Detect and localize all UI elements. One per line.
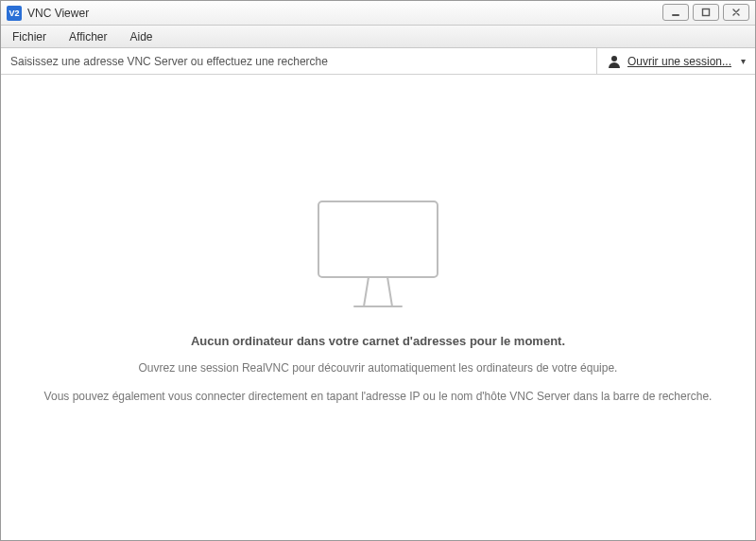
titlebar: V2 VNC Viewer xyxy=(1,1,755,26)
content-area: Aucun ordinateur dans votre carnet d'adr… xyxy=(1,75,755,540)
menu-afficher[interactable]: Afficher xyxy=(65,28,111,45)
window-title: VNC Viewer xyxy=(27,7,89,20)
empty-title: Aucun ordinateur dans votre carnet d'adr… xyxy=(191,334,565,348)
user-icon xyxy=(607,54,622,69)
search-input[interactable] xyxy=(1,48,596,74)
app-icon: V2 xyxy=(7,6,22,21)
open-session-label: Ouvrir une session... xyxy=(627,55,731,68)
menu-aide[interactable]: Aide xyxy=(126,28,156,45)
maximize-button[interactable] xyxy=(693,4,719,21)
close-icon xyxy=(731,8,741,17)
chevron-down-icon: ▾ xyxy=(741,56,746,66)
svg-rect-3 xyxy=(318,201,438,277)
open-session-button[interactable]: Ouvrir une session... ▾ xyxy=(596,48,755,74)
svg-rect-1 xyxy=(703,9,710,15)
empty-line-2: Vous pouvez également vous connecter dir… xyxy=(44,388,713,405)
toolbar: Ouvrir une session... ▾ xyxy=(1,48,755,75)
close-button[interactable] xyxy=(723,4,749,21)
svg-point-2 xyxy=(611,56,617,61)
svg-rect-0 xyxy=(672,14,679,16)
monitor-illustration xyxy=(317,200,439,311)
monitor-icon xyxy=(317,200,439,308)
menu-fichier[interactable]: Fichier xyxy=(9,28,50,45)
empty-line-1: Ouvrez une session RealVNC pour découvri… xyxy=(139,359,618,376)
search-wrap xyxy=(1,48,596,74)
minimize-button[interactable] xyxy=(662,4,689,21)
minimize-icon xyxy=(671,8,680,17)
menubar: Fichier Afficher Aide xyxy=(1,26,755,48)
maximize-icon xyxy=(701,8,711,17)
